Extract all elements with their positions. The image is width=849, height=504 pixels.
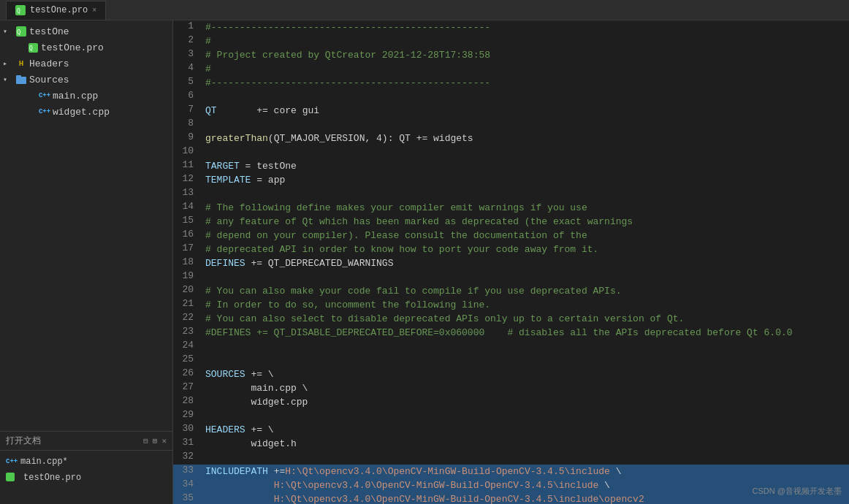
code-line-4: 4 # bbox=[173, 62, 849, 76]
code-line-12: 12 TEMPLATE = app bbox=[173, 173, 849, 187]
code-line-23: 23 #DEFINES += QT_DISABLE_DEPRECATED_BEF… bbox=[173, 326, 849, 340]
arrow-down-sources-icon: ▾ bbox=[3, 75, 15, 84]
line-content-8 bbox=[202, 118, 849, 131]
sidebar-tree: ▾ Q testOne Q testOne.pro ▸ H Headers bbox=[0, 20, 172, 431]
code-table: 1 #-------------------------------------… bbox=[173, 20, 849, 504]
line-content-31: widget.h bbox=[202, 437, 849, 451]
sources-icon bbox=[15, 75, 28, 85]
tab-label: testOne.pro bbox=[30, 5, 88, 15]
code-line-32: 32 bbox=[173, 451, 849, 465]
line-content-15: # any feature of Qt which has been marke… bbox=[202, 215, 849, 229]
watermark: CSDN @音视频开发老墨 bbox=[753, 486, 842, 497]
close-panel-icon[interactable]: ✕ bbox=[161, 436, 167, 446]
split-down-icon[interactable]: ⊟ bbox=[143, 436, 148, 446]
line-num-4: 4 bbox=[173, 62, 202, 76]
code-line-17: 17 # deprecated API in order to know how… bbox=[173, 243, 849, 256]
open-file-label-pro: testOne.pro bbox=[23, 473, 81, 483]
pro-icon-bottom bbox=[6, 473, 18, 484]
code-line-24: 24 bbox=[173, 340, 849, 354]
code-line-9: 9 greaterThan(QT_MAJOR_VERSION, 4): QT +… bbox=[173, 131, 849, 145]
line-content-9: greaterThan(QT_MAJOR_VERSION, 4): QT += … bbox=[202, 131, 849, 145]
line-num-23: 23 bbox=[173, 326, 202, 340]
pro-file-small-icon: Q bbox=[26, 42, 39, 53]
sidebar-item-sources[interactable]: ▾ Sources bbox=[0, 72, 172, 88]
code-line-35: 35 H:\Qt\opencv3.4.0\OpenCV-MinGW-Build-… bbox=[173, 492, 849, 504]
line-num-6: 6 bbox=[173, 90, 202, 104]
main-area: ▾ Q testOne Q testOne.pro ▸ H Headers bbox=[0, 20, 849, 504]
code-line-14: 14 # The following define makes your com… bbox=[173, 201, 849, 215]
open-file-label-main: main.cpp* bbox=[20, 457, 68, 467]
line-content-26: SOURCES += \ bbox=[202, 367, 849, 381]
open-files-list: C++ main.cpp* testOne.pro bbox=[0, 451, 172, 489]
tab-close-button[interactable]: × bbox=[92, 7, 96, 15]
code-line-8: 8 bbox=[173, 118, 849, 131]
line-num-1: 1 bbox=[173, 20, 202, 34]
sidebar-item-main-cpp[interactable]: C++ main.cpp bbox=[0, 88, 172, 104]
line-num-3: 3 bbox=[173, 48, 202, 62]
open-file-main-cpp[interactable]: C++ main.cpp* bbox=[0, 454, 172, 470]
line-num-27: 27 bbox=[173, 381, 202, 395]
line-content-5: #---------------------------------------… bbox=[202, 76, 849, 90]
code-line-29: 29 bbox=[173, 409, 849, 423]
line-content-13 bbox=[202, 187, 849, 201]
svg-rect-7 bbox=[16, 75, 21, 78]
line-num-21: 21 bbox=[173, 298, 202, 312]
main-cpp-label: main.cpp bbox=[53, 91, 98, 102]
line-num-17: 17 bbox=[173, 243, 202, 256]
line-content-19 bbox=[202, 270, 849, 284]
line-num-24: 24 bbox=[173, 340, 202, 354]
line-content-6 bbox=[202, 90, 849, 104]
code-line-19: 19 bbox=[173, 270, 849, 284]
code-line-26: 26 SOURCES += \ bbox=[173, 367, 849, 381]
tab-testOne-pro[interactable]: Q testOne.pro × bbox=[6, 1, 106, 20]
sidebar-item-pro-file[interactable]: Q testOne.pro bbox=[0, 39, 172, 56]
code-line-15: 15 # any feature of Qt which has been ma… bbox=[173, 215, 849, 229]
code-line-21: 21 # In order to do so, uncomment the fo… bbox=[173, 298, 849, 312]
project-icon: Q bbox=[15, 26, 28, 37]
line-content-21: # In order to do so, uncomment the follo… bbox=[202, 298, 849, 312]
code-line-7: 7 QT += core gui bbox=[173, 104, 849, 118]
sidebar-item-project[interactable]: ▾ Q testOne bbox=[0, 23, 172, 39]
line-content-4: # bbox=[202, 62, 849, 76]
split-right-icon[interactable]: ⊞ bbox=[153, 436, 158, 446]
svg-text:Q: Q bbox=[29, 45, 33, 52]
line-num-26: 26 bbox=[173, 367, 202, 381]
line-content-30: HEADERS += \ bbox=[202, 423, 849, 437]
line-num-33: 33 bbox=[173, 465, 202, 478]
code-editor: 1 #-------------------------------------… bbox=[173, 20, 849, 504]
code-line-22: 22 # You can also select to disable depr… bbox=[173, 312, 849, 326]
svg-text:Q: Q bbox=[17, 8, 20, 15]
code-line-34: 34 H:\Qt\opencv3.4.0\OpenCV-MinGW-Build-… bbox=[173, 478, 849, 492]
line-num-2: 2 bbox=[173, 34, 202, 48]
line-num-25: 25 bbox=[173, 354, 202, 367]
svg-text:Q: Q bbox=[17, 28, 20, 36]
sources-label: Sources bbox=[29, 75, 69, 85]
sidebar-item-widget-cpp[interactable]: C++ widget.cpp bbox=[0, 104, 172, 120]
line-num-16: 16 bbox=[173, 229, 202, 243]
code-line-33: 33 INCLUDEPATH +=H:\Qt\opencv3.4.0\OpenC… bbox=[173, 465, 849, 478]
project-label: testOne bbox=[29, 26, 69, 37]
line-num-13: 13 bbox=[173, 187, 202, 201]
line-num-7: 7 bbox=[173, 104, 202, 118]
line-content-7: QT += core gui bbox=[202, 104, 849, 118]
code-area[interactable]: 1 #-------------------------------------… bbox=[173, 20, 849, 504]
line-content-20: # You can also make your code fail to co… bbox=[202, 284, 849, 298]
line-content-32 bbox=[202, 451, 849, 465]
line-content-12: TEMPLATE = app bbox=[202, 173, 849, 187]
line-content-2: # bbox=[202, 34, 849, 48]
line-content-10 bbox=[202, 145, 849, 159]
sidebar-item-headers[interactable]: ▸ H Headers bbox=[0, 56, 172, 72]
line-num-20: 20 bbox=[173, 284, 202, 298]
line-content-22: # You can also select to disable depreca… bbox=[202, 312, 849, 326]
line-num-15: 15 bbox=[173, 215, 202, 229]
line-content-14: # The following define makes your compil… bbox=[202, 201, 849, 215]
code-line-11: 11 TARGET = testOne bbox=[173, 159, 849, 173]
code-line-30: 30 HEADERS += \ bbox=[173, 423, 849, 437]
line-content-29 bbox=[202, 409, 849, 423]
line-num-5: 5 bbox=[173, 76, 202, 90]
cpp-icon-bottom-main: C++ bbox=[6, 458, 18, 465]
open-file-testOne-pro[interactable]: testOne.pro bbox=[0, 470, 172, 486]
line-content-28: widget.cpp bbox=[202, 395, 849, 409]
line-num-11: 11 bbox=[173, 159, 202, 173]
code-line-10: 10 bbox=[173, 145, 849, 159]
